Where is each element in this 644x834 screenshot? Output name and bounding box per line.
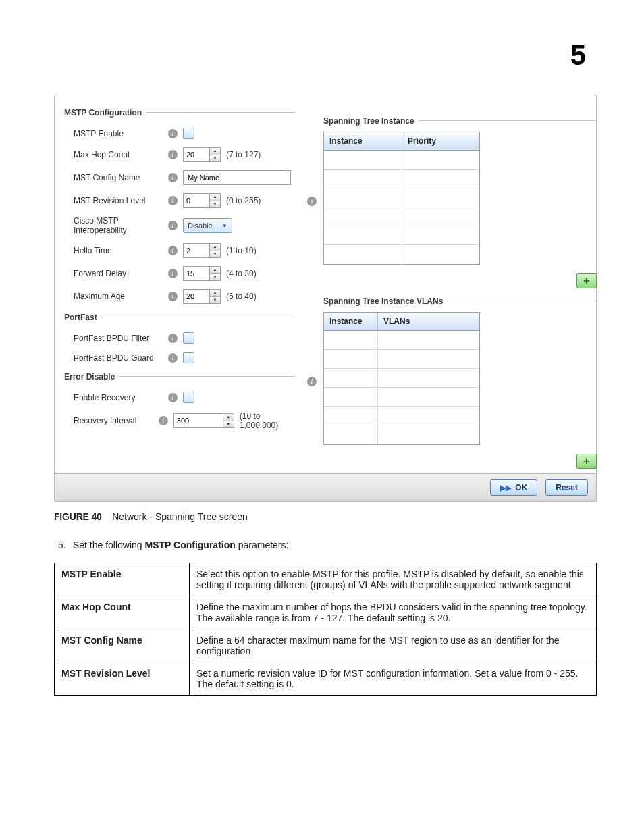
rev-level-input[interactable] bbox=[183, 193, 210, 208]
mstp-enable-checkbox[interactable] bbox=[183, 128, 194, 139]
field-label: Recovery Interval bbox=[74, 416, 159, 425]
info-icon[interactable]: i bbox=[168, 393, 178, 402]
field-label: Enable Recovery bbox=[74, 393, 168, 402]
spin-down-icon[interactable]: ▼ bbox=[223, 421, 234, 428]
section-stiv: Spanning Tree Instance VLANs bbox=[323, 294, 596, 307]
chapter-number: 5 bbox=[570, 39, 586, 72]
info-icon[interactable]: i bbox=[168, 353, 178, 363]
table-row[interactable] bbox=[324, 170, 479, 188]
max-age-spinner[interactable]: ▲▼ bbox=[183, 289, 221, 304]
section-title: Error Disable bbox=[64, 372, 119, 382]
field-label: MSTP Enable bbox=[74, 129, 168, 138]
enable-recovery-checkbox[interactable] bbox=[183, 392, 194, 403]
info-icon[interactable]: i bbox=[168, 292, 178, 301]
ok-button[interactable]: ▶▶ OK bbox=[490, 479, 537, 496]
row-config-name: MST Config Name i bbox=[64, 166, 295, 189]
reset-button[interactable]: Reset bbox=[545, 479, 588, 496]
col-vlans[interactable]: VLANs bbox=[378, 313, 479, 330]
spin-up-icon[interactable]: ▲ bbox=[210, 194, 220, 201]
col-instance[interactable]: Instance bbox=[324, 313, 378, 330]
param-name: MST Config Name bbox=[55, 629, 190, 662]
max-age-input[interactable] bbox=[183, 289, 210, 304]
info-icon[interactable]: i bbox=[159, 416, 168, 425]
info-icon[interactable]: i bbox=[307, 197, 317, 206]
recovery-interval-input[interactable] bbox=[173, 413, 223, 428]
col-instance[interactable]: Instance bbox=[324, 132, 402, 150]
table-row[interactable] bbox=[324, 188, 479, 207]
parameter-table: MSTP Enable Select this option to enable… bbox=[54, 563, 597, 696]
info-icon[interactable]: i bbox=[168, 150, 178, 159]
param-name: MST Revision Level bbox=[55, 662, 190, 696]
info-icon[interactable]: i bbox=[168, 269, 178, 278]
table-row[interactable] bbox=[324, 226, 479, 245]
info-icon[interactable]: i bbox=[168, 334, 178, 343]
info-icon[interactable]: i bbox=[307, 377, 317, 386]
field-label: Max Hop Count bbox=[74, 150, 168, 159]
section-portfast: PortFast bbox=[64, 311, 295, 323]
spin-down-icon[interactable]: ▼ bbox=[210, 155, 220, 162]
field-label: PortFast BPDU Guard bbox=[74, 353, 168, 363]
hello-time-spinner[interactable]: ▲▼ bbox=[183, 243, 221, 258]
step-text-before: Set the following bbox=[73, 540, 145, 550]
row-rev-level: MST Revision Level i ▲▼ (0 to 255) bbox=[64, 189, 295, 212]
param-name: Max Hop Count bbox=[55, 596, 190, 629]
spin-up-icon[interactable]: ▲ bbox=[210, 148, 220, 155]
spin-up-icon[interactable]: ▲ bbox=[210, 244, 220, 251]
table-row[interactable] bbox=[324, 350, 479, 369]
max-hop-input[interactable] bbox=[183, 147, 210, 162]
spin-down-icon[interactable]: ▼ bbox=[210, 274, 220, 281]
info-icon[interactable]: i bbox=[168, 173, 178, 182]
table-row[interactable] bbox=[324, 425, 479, 444]
section-mstp-config: MSTP Configuration bbox=[64, 106, 295, 118]
stiv-table: Instance VLANs bbox=[323, 312, 480, 445]
left-column: MSTP Configuration MSTP Enable i Max Hop… bbox=[55, 103, 304, 457]
info-icon[interactable]: i bbox=[168, 221, 178, 230]
table-row[interactable] bbox=[324, 388, 479, 407]
col-priority[interactable]: Priority bbox=[402, 132, 479, 150]
info-icon[interactable]: i bbox=[168, 129, 178, 138]
hint-text: (10 to 1,000,000) bbox=[240, 411, 295, 430]
table-row[interactable] bbox=[324, 207, 479, 226]
table-row[interactable] bbox=[324, 407, 479, 425]
button-bar: ▶▶ OK Reset bbox=[55, 473, 596, 501]
spin-up-icon[interactable]: ▲ bbox=[210, 267, 220, 274]
field-label: PortFast BPDU Filter bbox=[74, 334, 168, 343]
rev-level-spinner[interactable]: ▲▼ bbox=[183, 193, 221, 208]
bpdu-guard-checkbox[interactable] bbox=[183, 352, 194, 363]
section-title: Spanning Tree Instance VLANs bbox=[323, 296, 447, 306]
spin-up-icon[interactable]: ▲ bbox=[210, 290, 220, 297]
field-label: MST Config Name bbox=[74, 173, 168, 182]
table-row[interactable] bbox=[324, 369, 479, 388]
spin-up-icon[interactable]: ▲ bbox=[223, 414, 234, 421]
max-hop-spinner[interactable]: ▲▼ bbox=[183, 147, 221, 162]
page: 5 MSTP Configuration MSTP Enable i Max H… bbox=[0, 0, 644, 834]
table-row[interactable] bbox=[324, 151, 479, 170]
bpdu-filter-checkbox[interactable] bbox=[183, 332, 194, 344]
add-instance-button[interactable] bbox=[576, 273, 597, 288]
field-label: Hello Time bbox=[74, 246, 168, 255]
cisco-interop-select[interactable]: Disable ▼ bbox=[183, 218, 232, 233]
forward-delay-input[interactable] bbox=[183, 266, 210, 281]
row-enable-recovery: Enable Recovery i bbox=[64, 388, 295, 407]
section-title: PortFast bbox=[64, 313, 101, 322]
add-vlan-button[interactable] bbox=[576, 454, 597, 469]
table-row[interactable] bbox=[324, 245, 479, 264]
hello-time-input[interactable] bbox=[183, 243, 210, 258]
spin-down-icon[interactable]: ▼ bbox=[210, 251, 220, 258]
info-icon[interactable]: i bbox=[168, 196, 178, 205]
recovery-interval-spinner[interactable]: ▲▼ bbox=[173, 413, 234, 428]
figure-caption: FIGURE 40 Network - Spanning Tree screen bbox=[54, 511, 597, 522]
info-icon[interactable]: i bbox=[168, 246, 178, 255]
param-desc: Select this option to enable MSTP for th… bbox=[190, 563, 597, 596]
param-name: MSTP Enable bbox=[55, 563, 190, 596]
hint-text: (4 to 30) bbox=[226, 269, 257, 278]
forward-delay-spinner[interactable]: ▲▼ bbox=[183, 266, 221, 281]
config-name-input[interactable] bbox=[183, 170, 291, 185]
table-row[interactable] bbox=[324, 331, 479, 350]
spin-down-icon[interactable]: ▼ bbox=[210, 201, 220, 208]
row-bpdu-filter: PortFast BPDU Filter i bbox=[64, 328, 295, 348]
section-sti: Spanning Tree Instance bbox=[323, 114, 596, 126]
spin-down-icon[interactable]: ▼ bbox=[210, 297, 220, 304]
screenshot-panel: MSTP Configuration MSTP Enable i Max Hop… bbox=[54, 95, 597, 502]
field-label: Maximum Age bbox=[74, 292, 168, 301]
